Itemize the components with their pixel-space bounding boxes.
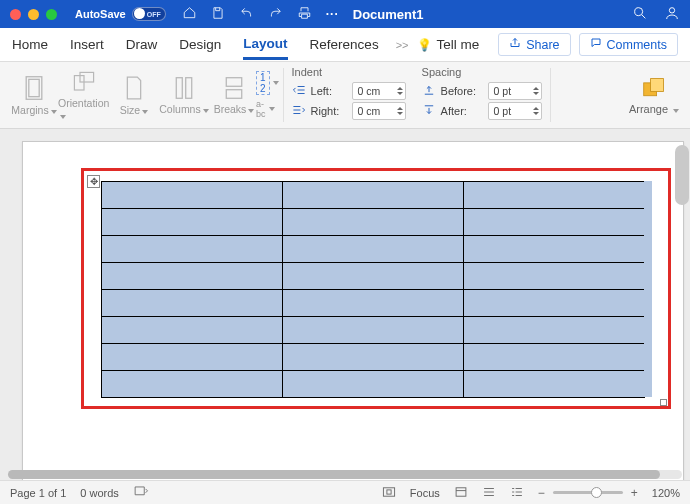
arrange-button[interactable]: Arrange <box>624 62 684 128</box>
print-layout-view-icon[interactable] <box>454 486 468 500</box>
table-cell[interactable] <box>102 290 283 317</box>
vertical-scrollbar-thumb[interactable] <box>675 145 689 205</box>
zoom-slider[interactable]: − + <box>538 486 638 500</box>
stepper-icon[interactable] <box>533 107 539 115</box>
table-cell[interactable] <box>464 317 645 344</box>
table-cell[interactable] <box>102 371 283 398</box>
table-row[interactable] <box>102 263 645 290</box>
tab-draw[interactable]: Draw <box>126 31 158 58</box>
table-cell[interactable] <box>102 317 283 344</box>
bulb-icon: 💡 <box>417 38 432 52</box>
table-cell[interactable] <box>283 290 464 317</box>
web-layout-view-icon[interactable] <box>482 486 496 500</box>
columns-button[interactable]: Columns <box>158 76 210 115</box>
tellme-search[interactable]: Tell me <box>437 31 480 58</box>
outline-view-icon[interactable] <box>510 486 524 500</box>
spacing-before-field[interactable]: 0 pt <box>488 82 542 100</box>
table-row[interactable] <box>102 290 645 317</box>
indent-left-label: Left: <box>311 85 347 97</box>
minimize-window-button[interactable] <box>28 9 39 20</box>
hyphenation-button[interactable]: a-bc <box>256 99 279 119</box>
tab-design[interactable]: Design <box>179 31 221 58</box>
margins-label: Margins <box>11 104 48 116</box>
spacing-before-icon <box>422 84 436 98</box>
table-cell[interactable] <box>283 263 464 290</box>
table-cell[interactable] <box>464 263 645 290</box>
indent-left-field[interactable]: 0 cm <box>352 82 406 100</box>
table-row[interactable] <box>102 236 645 263</box>
stepper-icon[interactable] <box>397 87 403 95</box>
table-cell[interactable] <box>464 236 645 263</box>
table-cell[interactable] <box>283 209 464 236</box>
table-cell[interactable] <box>464 290 645 317</box>
table-cell[interactable] <box>464 344 645 371</box>
table-cell[interactable] <box>283 344 464 371</box>
margins-button[interactable]: Margins <box>10 75 58 116</box>
share-button[interactable]: Share <box>498 33 570 56</box>
close-window-button[interactable] <box>10 9 21 20</box>
table-cell[interactable] <box>102 182 283 209</box>
table-cell[interactable] <box>102 344 283 371</box>
zoom-track[interactable] <box>553 491 623 494</box>
autosave-control[interactable]: AutoSave OFF <box>75 7 166 21</box>
maximize-window-button[interactable] <box>46 9 57 20</box>
table-resize-handle[interactable] <box>660 399 667 406</box>
focus-label[interactable]: Focus <box>410 487 440 499</box>
table-cell[interactable] <box>283 371 464 398</box>
spellcheck-icon[interactable] <box>133 485 149 500</box>
table-cell[interactable] <box>464 182 645 209</box>
orientation-button[interactable]: Orientation <box>58 70 110 121</box>
search-icon[interactable] <box>632 5 648 24</box>
chevron-down-icon <box>673 109 679 113</box>
table-row[interactable] <box>102 317 645 344</box>
word-count[interactable]: 0 words <box>80 487 119 499</box>
stepper-icon[interactable] <box>533 87 539 95</box>
line-numbers-button[interactable]: 12 <box>256 71 279 95</box>
table-cell[interactable] <box>464 371 645 398</box>
tab-layout[interactable]: Layout <box>243 30 287 60</box>
indent-right-field[interactable]: 0 cm <box>352 102 406 120</box>
table-cell[interactable] <box>102 209 283 236</box>
account-icon[interactable] <box>664 5 680 24</box>
table-cell[interactable] <box>283 182 464 209</box>
zoom-thumb[interactable] <box>591 487 602 498</box>
table-row[interactable] <box>102 371 645 398</box>
zoom-percent[interactable]: 120% <box>652 487 680 499</box>
table-row[interactable] <box>102 344 645 371</box>
spacing-after-field[interactable]: 0 pt <box>488 102 542 120</box>
redo-icon[interactable] <box>268 6 283 23</box>
chevron-down-icon <box>248 109 254 113</box>
more-commands-icon[interactable]: ··· <box>326 7 339 21</box>
zoom-out-button[interactable]: − <box>538 486 545 500</box>
columns-label: Columns <box>159 103 200 115</box>
table-cell[interactable] <box>283 317 464 344</box>
table-cell[interactable] <box>102 263 283 290</box>
table-move-handle[interactable]: ✥ <box>87 175 100 188</box>
page-indicator[interactable]: Page 1 of 1 <box>10 487 66 499</box>
table-row[interactable] <box>102 182 645 209</box>
focus-view-icon[interactable] <box>382 486 396 500</box>
document-table[interactable] <box>101 181 645 398</box>
stepper-icon[interactable] <box>397 107 403 115</box>
horizontal-scrollbar-thumb[interactable] <box>8 470 660 479</box>
tab-home[interactable]: Home <box>12 31 48 58</box>
size-button[interactable]: Size <box>110 75 158 116</box>
document-page[interactable]: ✥ <box>22 141 684 480</box>
save-icon[interactable] <box>211 6 225 23</box>
tab-insert[interactable]: Insert <box>70 31 104 58</box>
print-icon[interactable] <box>297 6 312 23</box>
table-cell[interactable] <box>283 236 464 263</box>
autosave-toggle[interactable]: OFF <box>132 7 166 21</box>
home-icon[interactable] <box>182 6 197 23</box>
more-tabs-icon[interactable]: >> <box>396 39 409 51</box>
comments-button[interactable]: Comments <box>579 33 678 56</box>
indent-left-icon <box>292 84 306 98</box>
table-cell[interactable] <box>102 236 283 263</box>
zoom-in-button[interactable]: + <box>631 486 638 500</box>
tab-references[interactable]: References <box>310 31 379 58</box>
undo-icon[interactable] <box>239 6 254 23</box>
table-cell[interactable] <box>464 209 645 236</box>
table-row[interactable] <box>102 209 645 236</box>
breaks-button[interactable]: Breaks <box>210 76 258 115</box>
chevron-down-icon <box>51 110 57 114</box>
